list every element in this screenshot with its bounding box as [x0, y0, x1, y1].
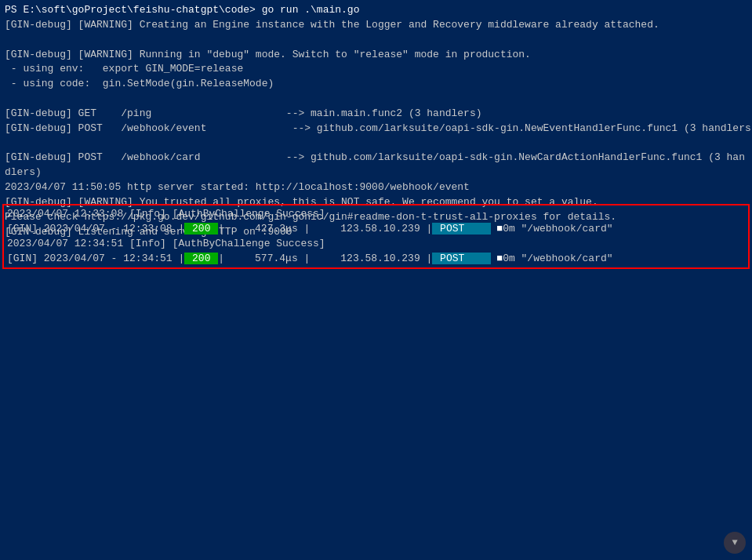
terminal-line — [5, 136, 747, 151]
terminal-line: dlers) — [5, 165, 747, 180]
scroll-indicator: ▼ — [724, 532, 746, 554]
terminal-line: [GIN] 2023/04/07 - 12:33:08 | 200 | 427.… — [7, 222, 745, 237]
terminal-line: - using env: export GIN_MODE=release — [5, 62, 747, 77]
terminal-window: PS E:\soft\goProject\feishu-chatgpt\code… — [0, 0, 752, 560]
scroll-icon: ▼ — [732, 537, 737, 548]
terminal-line: 2023/04/07 12:33:08 [Info] [AuthByChalle… — [7, 207, 745, 222]
terminal-line: [GIN-debug] POST /webhook/event --> gith… — [5, 122, 747, 136]
terminal-line: [GIN-debug] POST /webhook/card --> githu… — [5, 151, 747, 165]
terminal-line: [GIN-debug] [WARNING] Running in "debug"… — [5, 48, 747, 63]
terminal-line: [GIN-debug] [WARNING] Creating an Engine… — [5, 18, 747, 33]
terminal-line — [5, 33, 747, 48]
terminal-line — [5, 92, 747, 107]
terminal-line: [GIN] 2023/04/07 - 12:34:51 | 200 | 577.… — [7, 252, 745, 267]
terminal-line: 2023/04/07 11:50:05 http server started:… — [5, 180, 747, 195]
terminal-line: [GIN-debug] GET /ping --> main.main.func… — [5, 107, 747, 122]
highlight-region: 2023/04/07 12:33:08 [Info] [AuthByChalle… — [2, 204, 750, 269]
terminal-line: PS E:\soft\goProject\feishu-chatgpt\code… — [5, 3, 747, 18]
terminal-line: - using code: gin.SetMode(gin.ReleaseMod… — [5, 77, 747, 92]
terminal-line: 2023/04/07 12:34:51 [Info] [AuthByChalle… — [7, 237, 745, 252]
